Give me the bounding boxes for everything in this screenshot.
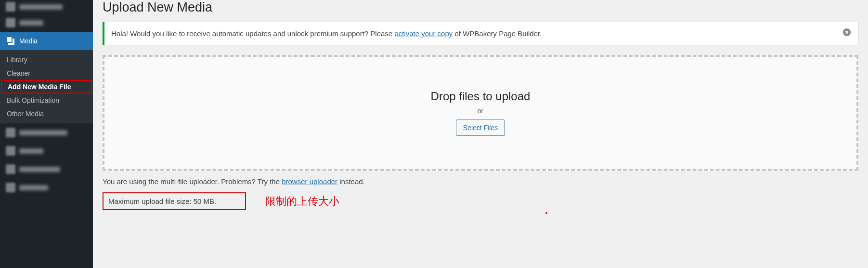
submenu-other-media[interactable]: Other Media <box>0 107 93 121</box>
media-submenu: Library Cleaner Add New Media File Bulk … <box>0 50 93 123</box>
hint-prefix: You are using the multi-file uploader. P… <box>103 177 282 186</box>
submenu-cleaner[interactable]: Cleaner <box>0 67 93 80</box>
blurred-label <box>19 167 60 172</box>
annotation-dot <box>545 212 547 214</box>
select-files-button[interactable]: Select Files <box>456 120 505 136</box>
dismiss-notice-button[interactable] <box>842 28 851 39</box>
blurred-label <box>19 130 67 135</box>
blurred-label <box>19 185 48 190</box>
main-content: Upload New Media Hola! Would you like to… <box>93 0 868 268</box>
sidebar-item-pages[interactable] <box>0 142 93 160</box>
activate-link[interactable]: activate your copy <box>394 29 453 38</box>
comments-icon <box>6 164 15 174</box>
media-icon <box>6 36 15 46</box>
browser-uploader-link[interactable]: browser uploader <box>282 177 337 186</box>
notice-prefix: Hola! Would you like to receive automati… <box>111 29 394 38</box>
sidebar-item-comments[interactable] <box>0 160 93 178</box>
chat-icon <box>6 2 15 12</box>
notice-text: Hola! Would you like to receive automati… <box>111 29 542 38</box>
generic-icon <box>6 128 15 137</box>
submenu-add-new-media[interactable]: Add New Media File <box>1 80 92 94</box>
notice-suffix: of WPBakery Page Builder. <box>453 29 542 38</box>
close-icon <box>842 28 851 37</box>
page-title: Upload New Media <box>103 0 858 15</box>
sidebar-item-label: Media <box>19 37 38 45</box>
image-icon <box>6 18 15 27</box>
uploader-hint: You are using the multi-file uploader. P… <box>103 177 858 186</box>
submenu-bulk-optimization[interactable]: Bulk Optimization <box>0 94 93 107</box>
sidebar-item-contact[interactable] <box>0 178 93 197</box>
annotation-chinese: 限制的上传大小 <box>265 194 339 209</box>
page-icon <box>6 146 15 156</box>
activation-notice: Hola! Would you like to receive automati… <box>103 22 858 45</box>
upload-dropzone[interactable]: Drop files to upload or Select Files <box>103 55 858 171</box>
dropzone-or: or <box>478 107 483 115</box>
submenu-library[interactable]: Library <box>0 53 93 67</box>
blurred-label <box>19 148 43 154</box>
sidebar-item-footer-blocks[interactable] <box>0 123 93 142</box>
blurred-label <box>19 4 63 10</box>
max-size-row: Maximum upload file size: 50 MB. 限制的上传大小 <box>103 192 858 210</box>
sidebar-item-media[interactable]: Media <box>0 32 93 50</box>
max-upload-size: Maximum upload file size: 50 MB. <box>103 192 246 210</box>
sidebar-item-testimonials[interactable] <box>0 0 93 13</box>
dropzone-text: Drop files to upload <box>431 90 531 103</box>
blurred-label <box>19 20 43 26</box>
sidebar-item-logos[interactable] <box>0 13 93 32</box>
hint-suffix: instead. <box>337 177 365 186</box>
admin-sidebar: Media Library Cleaner Add New Media File… <box>0 0 93 268</box>
contact-icon <box>6 183 15 192</box>
